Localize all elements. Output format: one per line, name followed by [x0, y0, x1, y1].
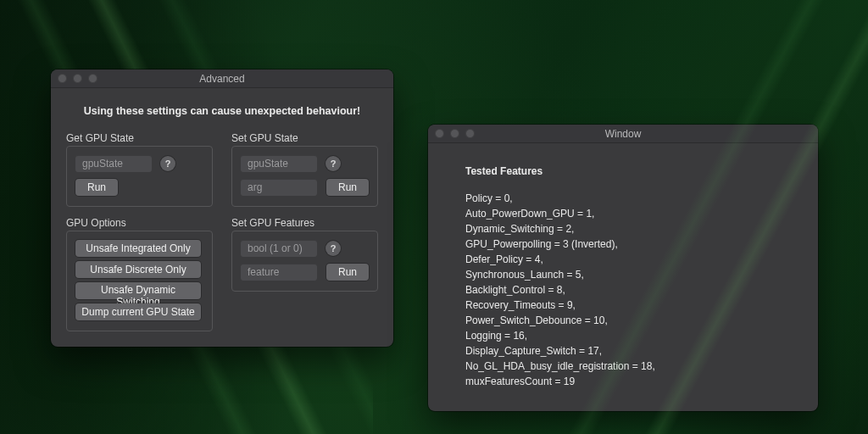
advanced-window: Advanced Using these settings can cause … [51, 70, 393, 347]
feature-line: Backlight_Control = 8, [465, 282, 781, 298]
feature-line: Display_Capture_Switch = 17, [465, 343, 781, 359]
features-titlebar[interactable]: Window [428, 125, 818, 143]
feature-line: No_GL_HDA_busy_idle_registration = 18, [465, 359, 781, 374]
right-column: Set GPU State ? Run Set GPU Features [231, 132, 378, 331]
features-content: Tested Features Policy = 0,Auto_PowerDow… [428, 143, 818, 411]
get-gpu-state-label: Get GPU State [66, 132, 213, 144]
gpu-options-label: GPU Options [66, 217, 213, 229]
set-gpu-state-input[interactable] [241, 155, 317, 172]
advanced-content: Using these settings can cause unexpecte… [51, 88, 393, 347]
set-feature-name-input[interactable] [241, 264, 317, 281]
unsafe-dynamic-switching-button[interactable]: Unsafe Dynamic Switching [75, 282, 201, 299]
minimize-icon[interactable] [450, 129, 459, 138]
zoom-icon[interactable] [88, 74, 97, 83]
feature-line: Defer_Policy = 4, [465, 252, 781, 267]
close-icon[interactable] [58, 74, 67, 83]
features-window: Window Tested Features Policy = 0,Auto_P… [428, 125, 818, 411]
set-feature-bool-input[interactable] [241, 240, 317, 257]
feature-line: Power_Switch_Debounce = 10, [465, 313, 781, 328]
advanced-titlebar[interactable]: Advanced [51, 70, 393, 88]
set-gpu-features-group: Set GPU Features ? Run [231, 217, 378, 292]
window-controls[interactable] [435, 129, 475, 138]
features-heading: Tested Features [465, 164, 781, 179]
left-column: Get GPU State ? Run GPU Options [66, 132, 213, 331]
get-gpu-state-input[interactable] [75, 155, 152, 172]
minimize-icon[interactable] [73, 74, 82, 83]
get-gpu-state-run-button[interactable]: Run [75, 179, 118, 196]
zoom-icon[interactable] [465, 129, 475, 138]
help-icon[interactable]: ? [326, 156, 341, 171]
gpu-options-group: GPU Options Unsafe Integrated Only Unsaf… [66, 217, 213, 331]
feature-line: Recovery_Timeouts = 9, [465, 298, 781, 313]
unsafe-discrete-only-button[interactable]: Unsafe Discrete Only [75, 261, 201, 278]
advanced-title: Advanced [199, 73, 244, 85]
set-gpu-features-run-button[interactable]: Run [326, 264, 369, 281]
help-icon[interactable]: ? [326, 241, 341, 256]
dump-gpu-state-button[interactable]: Dump current GPU State [75, 303, 201, 320]
feature-line: Policy = 0, [465, 191, 781, 206]
feature-line: Logging = 16, [465, 328, 781, 343]
get-gpu-state-group: Get GPU State ? Run [66, 132, 213, 207]
set-gpu-features-label: Set GPU Features [231, 217, 378, 229]
features-title: Window [605, 128, 642, 140]
feature-line: muxFeaturesCount = 19 [465, 374, 781, 389]
feature-line: Synchronous_Launch = 5, [465, 267, 781, 282]
set-gpu-state-label: Set GPU State [231, 132, 378, 144]
feature-line: Auto_PowerDown_GPU = 1, [465, 206, 781, 221]
feature-line: Dynamic_Switching = 2, [465, 221, 781, 236]
set-gpu-state-run-button[interactable]: Run [326, 179, 369, 196]
warning-text: Using these settings can cause unexpecte… [66, 105, 378, 117]
help-icon[interactable]: ? [160, 156, 175, 171]
unsafe-integrated-only-button[interactable]: Unsafe Integrated Only [75, 240, 201, 257]
set-gpu-arg-input[interactable] [241, 179, 317, 196]
feature-line: GPU_Powerpolling = 3 (Inverted), [465, 236, 781, 252]
set-gpu-state-group: Set GPU State ? Run [231, 132, 378, 207]
window-controls[interactable] [58, 74, 97, 83]
features-list: Policy = 0,Auto_PowerDown_GPU = 1,Dynami… [465, 191, 781, 389]
close-icon[interactable] [435, 129, 444, 138]
